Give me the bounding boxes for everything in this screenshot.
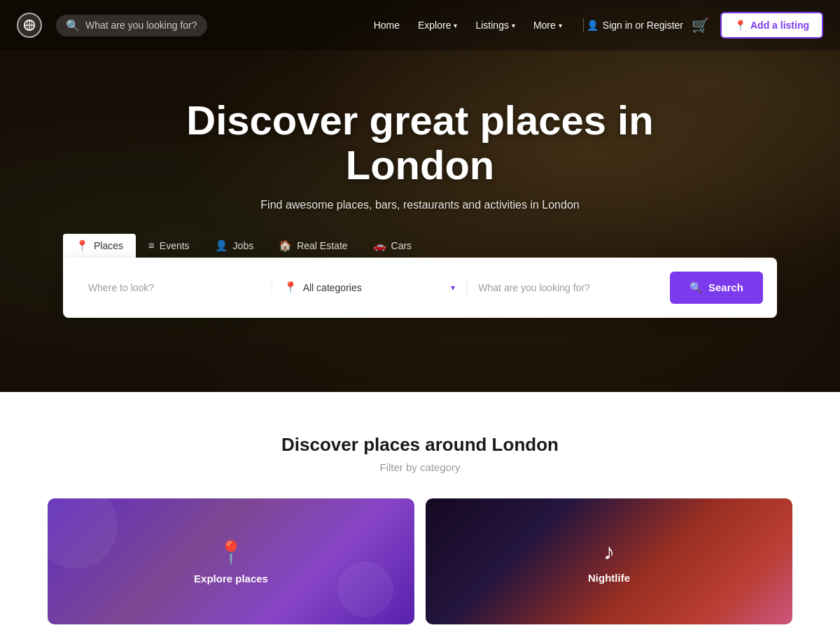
chevron-down-icon: ▾ [559, 22, 562, 29]
nav-links: Home Explore ▾ Listings ▾ More ▾ [367, 15, 569, 35]
places-card-label: Explore places [194, 573, 268, 584]
location-input[interactable] [88, 282, 260, 293]
tab-places[interactable]: 📍 Places [63, 234, 136, 258]
category-field: 📍 All categories ▾ [272, 281, 468, 294]
section-subtitle: Filter by category [379, 461, 460, 473]
user-icon: 👤 [587, 20, 598, 31]
search-button[interactable]: 🔍 Search [670, 272, 763, 304]
section-title: Discover places around London [281, 434, 559, 456]
tab-jobs[interactable]: 👤 Jobs [202, 234, 267, 258]
tab-real-estate[interactable]: 🏠 Real Estate [266, 234, 360, 258]
hero-subtitle: Find awesome places, bars, restaurants a… [260, 199, 579, 211]
pin-icon: 📍 [734, 20, 746, 31]
nightlife-card-icon: ♪ [603, 539, 615, 565]
nav-listings[interactable]: Listings ▾ [468, 15, 522, 35]
add-listing-button[interactable]: 📍 Add a listing [720, 12, 823, 38]
category-pin-icon: 📍 [284, 281, 298, 294]
events-icon: ≡ [148, 239, 155, 251]
card-overlay-places: 📍 Explore places [48, 498, 414, 624]
navbar: 🔍 What are you looking for? Home Explore… [0, 0, 840, 50]
real-estate-icon: 🏠 [279, 239, 292, 252]
cart-icon[interactable]: 🛒 [692, 17, 709, 34]
brand-logo[interactable] [17, 13, 42, 38]
chevron-down-icon: ▾ [451, 283, 455, 293]
card-overlay-nightlife: ♪ Nightlife [426, 498, 792, 624]
jobs-icon: 👤 [215, 239, 228, 252]
search-tabs: 📍 Places ≡ Events 👤 Jobs 🏠 Real Estate 🚗… [0, 234, 424, 258]
nav-explore[interactable]: Explore ▾ [411, 15, 464, 35]
category-card-nightlife[interactable]: ♪ Nightlife [426, 498, 792, 624]
category-card-places[interactable]: 📍 Explore places [48, 498, 414, 624]
tab-events[interactable]: ≡ Events [136, 234, 202, 257]
nav-divider [583, 18, 584, 32]
nightlife-card-label: Nightlife [588, 572, 630, 584]
places-section: Discover places around London Filter by … [0, 392, 840, 630]
category-cards-row: 📍 Explore places ♪ Nightlife [0, 498, 840, 624]
nav-auth[interactable]: 👤 Sign in or Register [587, 20, 683, 31]
places-card-icon: 📍 [217, 539, 245, 566]
location-field [77, 282, 272, 293]
category-label: All categories [303, 282, 362, 293]
search-icon: 🔍 [690, 281, 703, 294]
chevron-down-icon: ▾ [512, 22, 515, 29]
search-icon: 🔍 [66, 19, 80, 32]
nav-more[interactable]: More ▾ [526, 15, 569, 35]
keyword-field [467, 282, 662, 293]
places-icon: 📍 [76, 239, 89, 252]
hero-title: Discover great places in London [186, 98, 653, 188]
hero-section: 🔍 What are you looking for? Home Explore… [0, 0, 840, 392]
tab-cars[interactable]: 🚗 Cars [360, 234, 425, 258]
nav-home[interactable]: Home [367, 15, 407, 35]
search-bar: 📍 All categories ▾ 🔍 Search [63, 258, 777, 318]
nav-search-bar[interactable]: 🔍 What are you looking for? [56, 15, 207, 36]
cars-icon: 🚗 [373, 239, 386, 252]
nav-search-placeholder: What are you looking for? [85, 20, 197, 31]
keyword-input[interactable] [478, 282, 618, 293]
chevron-down-icon: ▾ [454, 22, 457, 29]
